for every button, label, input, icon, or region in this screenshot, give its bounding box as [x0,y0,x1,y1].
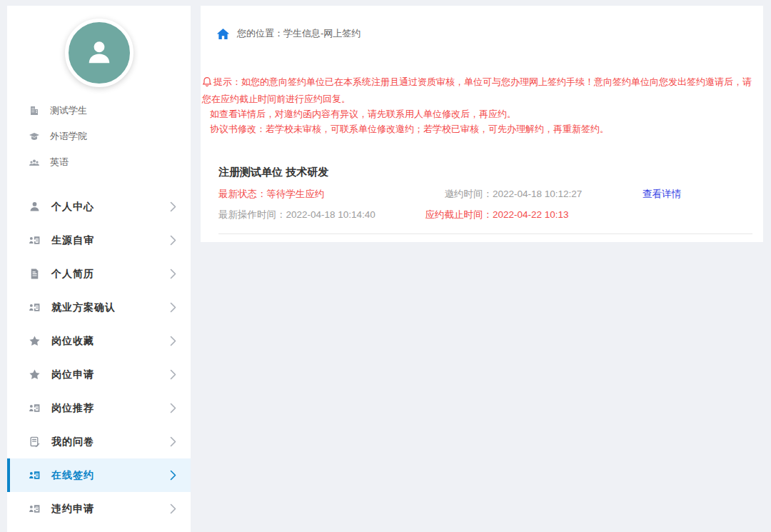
questionnaire-icon [29,436,42,448]
profile-name-row: 测试学生 [29,98,191,124]
breadcrumb-label: 您的位置：学生信息-网上签约 [237,27,361,40]
id-list-icon [29,301,42,313]
divider [218,234,752,234]
home-icon [216,28,230,40]
sidebar-item-employment-plan-confirm[interactable]: 就业方案确认 [7,291,191,324]
person-avatar-icon [84,37,115,69]
profile-name: 测试学生 [50,104,87,117]
sidebar-item-label: 生源自审 [51,234,94,247]
sidebar-item-job-favorites[interactable]: 岗位收藏 [7,324,191,358]
id-list-icon [29,503,42,515]
profile-major: 英语 [50,156,69,169]
sidebar-item-label: 在线签约 [51,469,94,482]
notice: 提示：如您的意向签约单位已在本系统注册且通过资质审核，单位可与您办理网上签约手续… [202,74,759,136]
last-operation-time: 最新操作时间：2022-04-18 10:14:40 [218,208,407,222]
bell-icon [202,76,212,91]
profile-college: 外语学院 [50,130,87,143]
sidebar: 测试学生 外语学院 [7,6,191,532]
chevron-right-icon [170,268,176,279]
star-icon [29,368,42,381]
avatar-wrap [7,6,191,87]
sidebar-item-origin-self-check[interactable]: 生源自审 [7,224,191,257]
sidebar-item-my-questionnaire[interactable]: 我的问卷 [7,425,191,458]
chevron-right-icon [170,336,176,346]
profile-major-row: 英语 [29,149,191,175]
sidebar-item-label: 就业方案确认 [51,301,116,314]
graduation-cap-icon [29,131,41,142]
chevron-right-icon [170,201,176,212]
latest-status: 最新状态：等待学生应约 [218,187,407,201]
building-icon [29,105,41,116]
star-icon [29,335,42,347]
people-group-icon [29,156,41,168]
last-operation-time-value: 2022-04-18 10:14:40 [286,209,376,220]
sidebar-item-job-application[interactable]: 岗位申请 [7,358,191,391]
sidebar-item-label: 岗位申请 [51,368,94,381]
chevron-right-icon [170,235,176,246]
reply-deadline-value: 2022-04-22 10:13 [493,208,569,222]
notice-paragraph-2: 如查看详情后，对邀约函内容有异议，请先联系用人单位修改后，再应约。 [202,106,759,121]
sidebar-item-online-signing[interactable]: 在线签约 [7,458,191,492]
contract-card: 注册测试单位 技术研发 最新状态：等待学生应约 邀约时间：2022-04-18 … [218,165,752,234]
chevron-right-icon [170,369,176,380]
sidebar-item-label: 违约申请 [51,503,94,516]
contract-row-2: 最新操作时间：2022-04-18 10:14:40 应约截止时间：2022-0… [218,208,752,222]
user-icon [29,201,42,213]
invite-time-value: 2022-04-18 10:12:27 [493,187,582,201]
chevron-right-icon [170,302,176,313]
sidebar-item-label: 个人简历 [51,268,94,281]
sidebar-item-resume[interactable]: 个人简历 [7,257,191,291]
chevron-right-icon [170,470,176,481]
chevron-right-icon [170,503,176,514]
profile-college-row: 外语学院 [29,124,191,149]
notice-paragraph-3: 协议书修改：若学校未审核，可联系单位修改邀约；若学校已审核，可先办理解约，再重新… [202,121,759,136]
sidebar-item-job-recommendation[interactable]: 岗位推荐 [7,391,191,425]
avatar [65,19,133,87]
contract-title: 注册测试单位 技术研发 [218,165,752,179]
sidebar-menu: 个人中心 生源自审 [7,190,191,526]
id-list-icon [29,469,42,481]
reply-deadline: 应约截止时间：2022-04-22 10:13 [407,208,642,222]
sidebar-item-breach-application[interactable]: 违约申请 [7,492,191,526]
status-value: 等待学生应约 [267,189,325,199]
chevron-right-icon [170,403,176,413]
sidebar-item-label: 岗位收藏 [51,335,94,348]
sidebar-item-label: 我的问卷 [51,436,94,448]
invite-time: 邀约时间：2022-04-18 10:12:27 [407,187,642,201]
chevron-right-icon [170,436,176,447]
view-detail-link[interactable]: 查看详情 [642,189,681,199]
breadcrumb: 您的位置：学生信息-网上签约 [201,6,763,40]
id-list-icon [29,402,42,414]
id-list-icon [29,234,42,246]
profile-info: 测试学生 外语学院 [7,98,191,175]
resume-file-icon [29,268,42,280]
sidebar-item-label: 个人中心 [51,201,94,214]
sidebar-item-personal-center[interactable]: 个人中心 [7,190,191,224]
notice-paragraph-1: 提示：如您的意向签约单位已在本系统注册且通过资质审核，单位可与您办理网上签约手续… [202,74,759,106]
page: 测试学生 外语学院 [0,0,771,532]
sidebar-item-label: 岗位推荐 [51,402,94,415]
main-panel: 您的位置：学生信息-网上签约 提示：如您的意向签约单位已在本系统注册且通过资质审… [201,6,763,242]
contract-row-1: 最新状态：等待学生应约 邀约时间：2022-04-18 10:12:27 查看详… [218,187,752,201]
